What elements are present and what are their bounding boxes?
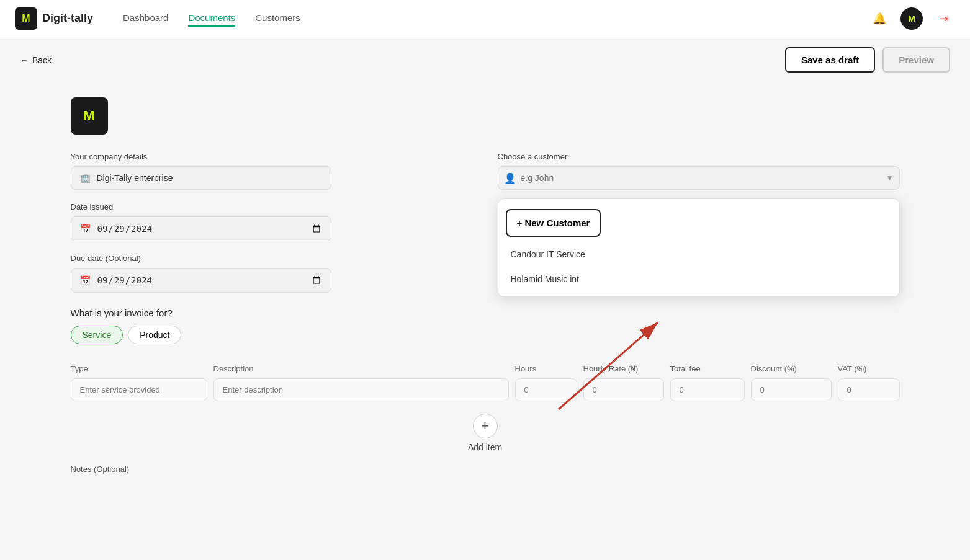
company-details-field: 🏢 [71,166,331,190]
due-date-label: Due date (Optional) [71,254,331,263]
date-issued-input[interactable] [97,223,322,234]
invoice-for-label: What is your invoice for? [71,308,331,318]
logout-button[interactable]: ⇥ [933,7,955,30]
description-input[interactable] [213,378,509,401]
plus-icon: + [481,418,489,434]
type-input[interactable] [71,378,207,401]
table-headers: Type Description Hours Hourly Rate (₦) T… [71,364,900,378]
customer-search-input[interactable] [498,166,900,190]
col-description: Description [213,364,509,373]
date-issued-label: Date issued [71,202,331,211]
person-icon: 👤 [504,172,516,184]
add-item-button[interactable]: + [473,414,498,438]
main-content: M Your company details 🏢 Date issued 📅 D… [51,82,920,489]
company-logo-icon: M [71,97,108,135]
brand-logo: M Digit-tally [15,7,93,30]
hourly-rate-input[interactable] [583,378,664,401]
col-hours: Hours [515,364,577,373]
bell-button[interactable]: 🔔 [868,7,891,30]
col-discount: Discount (%) [751,364,832,373]
tab-product[interactable]: Product [128,326,181,344]
avatar-letters: M [908,14,915,24]
customer-label: Choose a customer [498,152,900,161]
customer-section: Choose a customer 👤 ▼ + New Customer Can… [498,152,900,190]
toolbar-actions: Save as draft Preview [785,47,950,73]
col-total-fee: Total fee [670,364,745,373]
logo-icon: M [15,7,37,30]
customer-item-candour[interactable]: Candour IT Service [498,242,899,267]
calendar-icon: 📅 [80,224,91,234]
due-date-input[interactable] [97,275,322,286]
bell-icon: 🔔 [873,12,886,25]
company-details-label: Your company details [71,152,331,161]
hours-input[interactable] [515,378,577,401]
form-right: Choose a customer 👤 ▼ + New Customer Can… [498,152,900,344]
preview-button[interactable]: Preview [882,47,950,73]
nav-customers[interactable]: Customers [255,10,300,27]
back-arrow-icon: ← [20,55,29,65]
navbar-right: 🔔 M ⇥ [868,7,955,30]
brand-name: Digit-tally [42,12,93,25]
calendar-icon-2: 📅 [80,275,91,285]
type-tabs: Service Product [71,326,331,344]
company-name-input[interactable] [97,173,322,183]
form-left: Your company details 🏢 Date issued 📅 Due… [71,152,331,344]
chevron-down-icon: ▼ [886,174,894,182]
date-issued-group: Date issued 📅 [71,202,331,241]
nav-documents[interactable]: Documents [188,10,235,27]
customer-dropdown: + New Customer Candour IT Service Holami… [498,198,900,297]
nav-links: Dashboard Documents Customers [123,10,868,27]
nav-dashboard[interactable]: Dashboard [123,10,168,27]
due-date-group: Due date (Optional) 📅 [71,254,331,293]
invoice-type-section: What is your invoice for? Service Produc… [71,308,331,344]
top-bar: ← Back Save as draft Preview [0,37,970,82]
date-issued-field: 📅 [71,216,331,241]
customer-input-wrap: 👤 ▼ + New Customer Candour IT Service Ho… [498,166,900,190]
new-customer-button[interactable]: + New Customer [506,209,601,237]
add-item-section: + Add item [71,414,900,452]
company-details-group: Your company details 🏢 [71,152,331,190]
logout-icon: ⇥ [940,12,949,25]
add-item-label: Add item [468,442,502,452]
notes-label: Notes (Optional) [71,464,900,474]
table-row [71,378,900,401]
vat-input[interactable] [838,378,900,401]
tab-service[interactable]: Service [71,326,123,344]
due-date-field: 📅 [71,268,331,293]
back-label: Back [32,55,52,65]
form-grid: Your company details 🏢 Date issued 📅 Due… [71,152,900,344]
avatar-button[interactable]: M [900,7,923,30]
col-hourly-rate: Hourly Rate (₦) [583,364,664,373]
total-fee-input[interactable] [670,378,745,401]
discount-input[interactable] [751,378,832,401]
table-section: Type Description Hours Hourly Rate (₦) T… [71,364,900,401]
building-icon: 🏢 [80,173,91,183]
save-draft-button[interactable]: Save as draft [785,47,875,73]
col-type: Type [71,364,207,373]
navbar: M Digit-tally Dashboard Documents Custom… [0,0,970,37]
col-vat: VAT (%) [838,364,900,373]
back-button[interactable]: ← Back [20,55,52,65]
customer-item-holamid[interactable]: Holamid Music int [498,267,899,291]
